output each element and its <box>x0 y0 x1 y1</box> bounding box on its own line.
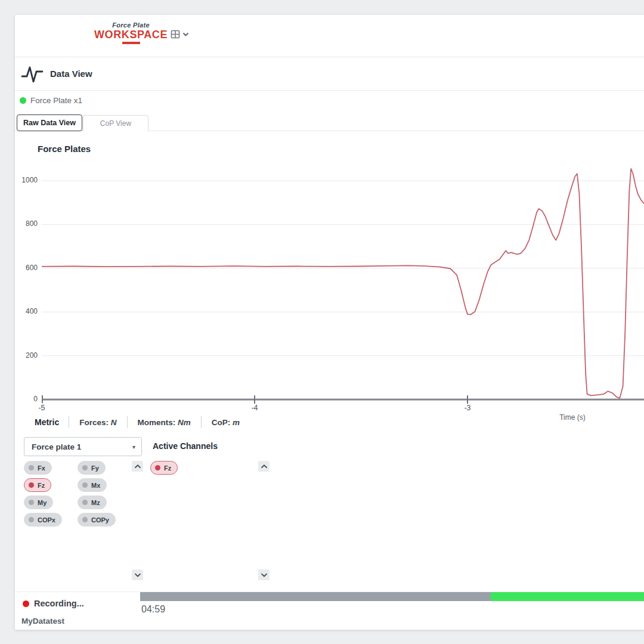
channel-list: FxFyFzMxMyMzCOPxCOPy <box>24 461 116 530</box>
app-header: Force Plate WORKSPACE <box>15 15 644 57</box>
active-channel-list: Fz <box>150 461 178 475</box>
y-tick-label: 200 <box>17 351 38 360</box>
recording-bar: Recording... 04:59 MyDatatest <box>15 592 644 630</box>
tab-cop-view[interactable]: CoP View <box>83 115 148 131</box>
channel-dot-icon <box>82 482 88 488</box>
app-window: Force Plate WORKSPACE Data View <box>15 15 644 630</box>
channel-chip-label: Fz <box>164 465 171 472</box>
y-tick-label: 400 <box>17 307 38 315</box>
tab-raw-data-view[interactable]: Raw Data View <box>17 114 82 131</box>
active-channels-scroll-down-button[interactable] <box>258 569 270 580</box>
channel-chip-mz[interactable]: Mz <box>78 496 107 509</box>
channel-dot-icon <box>82 517 88 522</box>
channel-chip-label: COPx <box>38 516 55 524</box>
logo-underline <box>122 42 140 44</box>
y-tick-label: 1000 <box>17 176 38 184</box>
channel-chip-my[interactable]: My <box>24 496 53 509</box>
logo-title: WORKSPACE <box>94 29 168 41</box>
device-status: Force Plate x1 <box>20 93 82 107</box>
channel-chip-fz[interactable]: Fz <box>24 478 51 492</box>
progress-remaining <box>491 592 644 601</box>
view-tabs: Raw Data View CoP View <box>17 114 148 131</box>
y-tick-label: 0 <box>17 395 38 403</box>
select-caret-icon: ▾ <box>132 444 135 450</box>
metric-bar-title: Metric <box>33 417 69 427</box>
force-plot <box>15 15 644 630</box>
channel-dot-icon <box>82 465 88 470</box>
channel-dot-icon <box>155 465 160 470</box>
channel-chip-label: Fz <box>38 482 45 489</box>
channel-chip-copy[interactable]: COPy <box>78 513 116 527</box>
channel-chip-mx[interactable]: Mx <box>78 478 107 492</box>
x-tick-label: -4 <box>243 404 267 412</box>
metric-forces: Forces: N <box>69 418 126 427</box>
channel-chip-fy[interactable]: Fy <box>78 461 106 475</box>
active-channels-scroll-up-button[interactable] <box>258 461 270 472</box>
status-dot-icon <box>20 97 26 104</box>
chevron-down-icon[interactable] <box>182 32 189 36</box>
dataview-bar: Data View <box>15 57 644 91</box>
channel-dot-icon <box>82 500 88 505</box>
grid-icon[interactable] <box>171 30 180 39</box>
recording-progress <box>140 592 644 601</box>
channel-chip-fx[interactable]: Fx <box>24 461 52 475</box>
dataset-name: MyDatatest <box>21 617 64 626</box>
channel-chip-label: Mx <box>91 482 100 489</box>
channels-scroll-up-button[interactable] <box>132 461 143 472</box>
channel-chip-label: Fy <box>91 465 99 472</box>
metric-cop: CoP: m <box>202 418 250 427</box>
force-plate-select[interactable]: Force plate 1 ▾ <box>24 437 142 456</box>
active-channels-title: Active Channels <box>153 441 218 451</box>
x-tick-label: -3 <box>456 404 479 412</box>
recording-label: Recording... <box>34 599 84 608</box>
logo-subtitle: Force Plate <box>112 21 150 29</box>
channel-chip-label: Fx <box>38 465 45 472</box>
x-axis-title: Time (s) <box>540 413 605 422</box>
channel-chip-label: COPy <box>91 516 109 524</box>
metric-moments: Moments: Nm <box>128 418 201 427</box>
recording-dot-icon <box>23 600 29 607</box>
x-tick-label: -5 <box>30 404 54 412</box>
channel-chip-fz[interactable]: Fz <box>150 461 178 475</box>
channel-chip-label: Mz <box>91 499 100 506</box>
progress-elapsed <box>140 592 491 601</box>
app-logo: Force Plate WORKSPACE <box>94 21 189 44</box>
channel-dot-icon <box>29 465 34 470</box>
force-plate-select-value: Force plate 1 <box>32 442 132 451</box>
channels-scroll-down-button[interactable] <box>132 569 143 580</box>
pulse-waveform-icon <box>20 62 45 86</box>
chart-title: Force Plates <box>38 144 91 154</box>
status-label: Force Plate x1 <box>30 96 82 105</box>
y-tick-label: 800 <box>17 219 38 228</box>
channel-dot-icon <box>29 517 34 522</box>
metric-bar: Metric Forces: N Moments: Nm CoP: m <box>33 415 250 429</box>
channel-dot-icon <box>29 500 34 505</box>
page-title: Data View <box>50 69 92 79</box>
channel-dot-icon <box>29 482 34 488</box>
channel-chip-copx[interactable]: COPx <box>24 513 62 527</box>
channel-chip-label: My <box>38 499 47 506</box>
y-tick-label: 600 <box>17 264 38 272</box>
recording-time: 04:59 <box>141 604 165 615</box>
